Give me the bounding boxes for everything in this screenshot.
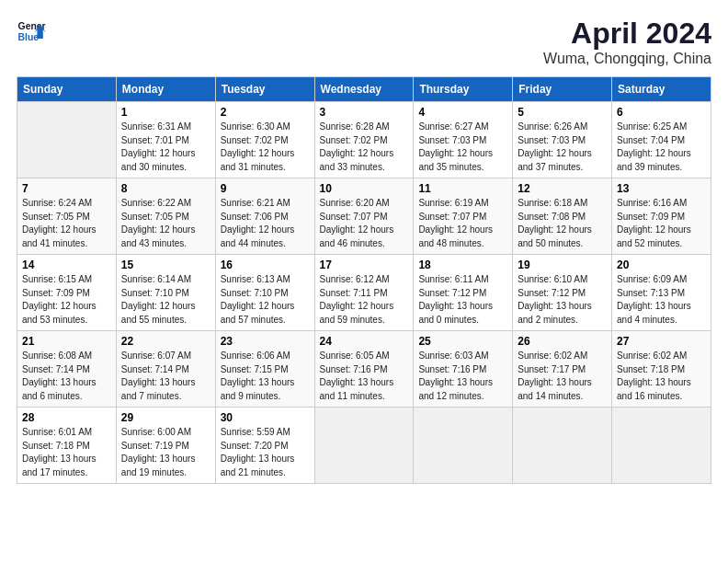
day-number: 12 (518, 182, 607, 195)
calendar-cell: 21Sunrise: 6:08 AM Sunset: 7:14 PM Dayli… (17, 331, 117, 408)
calendar-subtitle: Wuma, Chongqing, China (543, 51, 711, 67)
calendar-cell: 24Sunrise: 6:05 AM Sunset: 7:16 PM Dayli… (314, 331, 414, 408)
calendar-cell: 9Sunrise: 6:21 AM Sunset: 7:06 PM Daylig… (215, 178, 314, 255)
header-saturday: Saturday (612, 77, 711, 102)
calendar-cell: 7Sunrise: 6:24 AM Sunset: 7:05 PM Daylig… (17, 178, 117, 255)
day-number: 14 (22, 259, 111, 271)
day-info: Sunrise: 6:19 AM Sunset: 7:07 PM Dayligh… (418, 197, 507, 250)
day-number: 6 (617, 106, 706, 119)
calendar-week-row: 7Sunrise: 6:24 AM Sunset: 7:05 PM Daylig… (17, 178, 711, 255)
day-info: Sunrise: 6:13 AM Sunset: 7:10 PM Dayligh… (221, 273, 310, 327)
header-tuesday: Tuesday (215, 77, 314, 102)
day-number: 10 (320, 182, 409, 195)
day-info: Sunrise: 6:20 AM Sunset: 7:07 PM Dayligh… (320, 197, 409, 250)
day-number: 21 (22, 335, 111, 348)
day-number: 15 (121, 259, 210, 271)
day-info: Sunrise: 6:07 AM Sunset: 7:14 PM Dayligh… (121, 350, 210, 403)
day-info: Sunrise: 5:59 AM Sunset: 7:20 PM Dayligh… (221, 426, 310, 479)
calendar-cell: 27Sunrise: 6:02 AM Sunset: 7:18 PM Dayli… (612, 331, 711, 408)
calendar-cell: 20Sunrise: 6:09 AM Sunset: 7:13 PM Dayli… (612, 255, 711, 331)
calendar-table: Sunday Monday Tuesday Wednesday Thursday… (17, 76, 711, 484)
day-info: Sunrise: 6:31 AM Sunset: 7:01 PM Dayligh… (121, 121, 210, 174)
calendar-cell (17, 102, 117, 178)
day-info: Sunrise: 6:22 AM Sunset: 7:05 PM Dayligh… (121, 197, 210, 250)
day-info: Sunrise: 6:26 AM Sunset: 7:03 PM Dayligh… (518, 121, 607, 174)
calendar-cell: 18Sunrise: 6:11 AM Sunset: 7:12 PM Dayli… (414, 255, 513, 331)
day-number: 13 (617, 182, 706, 195)
calendar-header-row: Sunday Monday Tuesday Wednesday Thursday… (17, 77, 711, 102)
day-info: Sunrise: 6:27 AM Sunset: 7:03 PM Dayligh… (418, 121, 507, 174)
svg-text:Blue: Blue (18, 32, 40, 42)
day-number: 29 (121, 411, 210, 424)
day-number: 25 (418, 335, 507, 348)
day-info: Sunrise: 6:09 AM Sunset: 7:13 PM Dayligh… (617, 273, 706, 327)
calendar-cell: 11Sunrise: 6:19 AM Sunset: 7:07 PM Dayli… (414, 178, 513, 255)
title-block: April 2024 Wuma, Chongqing, China (543, 17, 711, 67)
calendar-week-row: 1Sunrise: 6:31 AM Sunset: 7:01 PM Daylig… (17, 102, 711, 178)
day-info: Sunrise: 6:30 AM Sunset: 7:02 PM Dayligh… (221, 121, 310, 174)
day-info: Sunrise: 6:02 AM Sunset: 7:17 PM Dayligh… (518, 350, 607, 403)
calendar-cell: 22Sunrise: 6:07 AM Sunset: 7:14 PM Dayli… (116, 331, 215, 408)
day-info: Sunrise: 6:06 AM Sunset: 7:15 PM Dayligh… (221, 350, 310, 403)
day-number: 9 (221, 182, 310, 195)
calendar-cell (513, 408, 612, 484)
day-number: 24 (320, 335, 409, 348)
day-number: 5 (518, 106, 607, 119)
day-info: Sunrise: 6:10 AM Sunset: 7:12 PM Dayligh… (518, 273, 607, 327)
day-info: Sunrise: 6:14 AM Sunset: 7:10 PM Dayligh… (121, 273, 210, 327)
calendar-week-row: 28Sunrise: 6:01 AM Sunset: 7:18 PM Dayli… (17, 408, 711, 484)
calendar-cell: 23Sunrise: 6:06 AM Sunset: 7:15 PM Dayli… (215, 331, 314, 408)
calendar-cell: 13Sunrise: 6:16 AM Sunset: 7:09 PM Dayli… (612, 178, 711, 255)
day-info: Sunrise: 6:08 AM Sunset: 7:14 PM Dayligh… (22, 350, 111, 403)
day-number: 27 (617, 335, 706, 348)
calendar-cell: 17Sunrise: 6:12 AM Sunset: 7:11 PM Dayli… (314, 255, 414, 331)
calendar-week-row: 14Sunrise: 6:15 AM Sunset: 7:09 PM Dayli… (17, 255, 711, 331)
day-info: Sunrise: 6:00 AM Sunset: 7:19 PM Dayligh… (121, 426, 210, 479)
calendar-cell: 30Sunrise: 5:59 AM Sunset: 7:20 PM Dayli… (215, 408, 314, 484)
day-number: 18 (418, 259, 507, 271)
day-number: 20 (617, 259, 706, 271)
day-number: 30 (221, 411, 310, 424)
day-number: 19 (518, 259, 607, 271)
calendar-cell: 12Sunrise: 6:18 AM Sunset: 7:08 PM Dayli… (513, 178, 612, 255)
day-number: 2 (221, 106, 310, 119)
day-number: 22 (121, 335, 210, 348)
calendar-cell: 16Sunrise: 6:13 AM Sunset: 7:10 PM Dayli… (215, 255, 314, 331)
calendar-cell: 2Sunrise: 6:30 AM Sunset: 7:02 PM Daylig… (215, 102, 314, 178)
calendar-cell: 8Sunrise: 6:22 AM Sunset: 7:05 PM Daylig… (116, 178, 215, 255)
header-monday: Monday (116, 77, 215, 102)
day-info: Sunrise: 6:18 AM Sunset: 7:08 PM Dayligh… (518, 197, 607, 250)
logo-icon: General Blue (17, 17, 46, 46)
day-info: Sunrise: 6:03 AM Sunset: 7:16 PM Dayligh… (418, 350, 507, 403)
day-info: Sunrise: 6:28 AM Sunset: 7:02 PM Dayligh… (320, 121, 409, 174)
page-header: General Blue April 2024 Wuma, Chongqing,… (17, 17, 711, 67)
header-sunday: Sunday (17, 77, 117, 102)
day-number: 16 (221, 259, 310, 271)
day-number: 7 (22, 182, 111, 195)
day-info: Sunrise: 6:02 AM Sunset: 7:18 PM Dayligh… (617, 350, 706, 403)
day-number: 8 (121, 182, 210, 195)
page-container: General Blue April 2024 Wuma, Chongqing,… (0, 0, 728, 493)
calendar-cell: 3Sunrise: 6:28 AM Sunset: 7:02 PM Daylig… (314, 102, 414, 178)
day-number: 4 (418, 106, 507, 119)
calendar-cell (314, 408, 414, 484)
day-info: Sunrise: 6:15 AM Sunset: 7:09 PM Dayligh… (22, 273, 111, 327)
calendar-cell: 4Sunrise: 6:27 AM Sunset: 7:03 PM Daylig… (414, 102, 513, 178)
day-number: 3 (320, 106, 409, 119)
header-thursday: Thursday (414, 77, 513, 102)
calendar-cell: 15Sunrise: 6:14 AM Sunset: 7:10 PM Dayli… (116, 255, 215, 331)
day-info: Sunrise: 6:16 AM Sunset: 7:09 PM Dayligh… (617, 197, 706, 250)
day-info: Sunrise: 6:21 AM Sunset: 7:06 PM Dayligh… (221, 197, 310, 250)
day-number: 1 (121, 106, 210, 119)
calendar-cell: 26Sunrise: 6:02 AM Sunset: 7:17 PM Dayli… (513, 331, 612, 408)
calendar-cell: 1Sunrise: 6:31 AM Sunset: 7:01 PM Daylig… (116, 102, 215, 178)
calendar-week-row: 21Sunrise: 6:08 AM Sunset: 7:14 PM Dayli… (17, 331, 711, 408)
day-info: Sunrise: 6:01 AM Sunset: 7:18 PM Dayligh… (22, 426, 111, 479)
day-number: 17 (320, 259, 409, 271)
day-info: Sunrise: 6:12 AM Sunset: 7:11 PM Dayligh… (320, 273, 409, 327)
day-info: Sunrise: 6:25 AM Sunset: 7:04 PM Dayligh… (617, 121, 706, 174)
calendar-cell: 6Sunrise: 6:25 AM Sunset: 7:04 PM Daylig… (612, 102, 711, 178)
calendar-cell (612, 408, 711, 484)
day-number: 11 (418, 182, 507, 195)
calendar-cell: 28Sunrise: 6:01 AM Sunset: 7:18 PM Dayli… (17, 408, 117, 484)
